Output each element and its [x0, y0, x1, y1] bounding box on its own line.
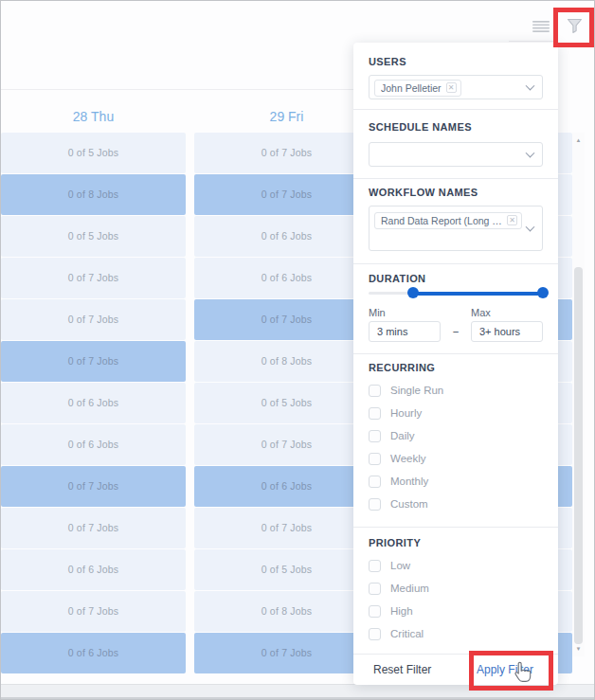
calendar-cell[interactable]: 0 of 7 Jobs	[1, 508, 186, 548]
selected-value-chip: Rand Data Report (Long ~45...✕	[374, 212, 522, 229]
checkbox-row[interactable]: Medium	[369, 577, 543, 600]
chevron-down-icon[interactable]	[526, 222, 535, 231]
workflow-names-select[interactable]: Rand Data Report (Long ~45...✕	[369, 206, 543, 251]
apply-filter-button[interactable]: Apply Filter	[477, 663, 533, 676]
calendar-cell[interactable]: 0 of 6 Jobs	[194, 258, 379, 298]
vertical-scrollbar[interactable]: ▲ ▼	[572, 133, 585, 656]
calendar-cell[interactable]: 0 of 8 Jobs	[1, 174, 186, 215]
calendar-cell[interactable]: 0 of 7 Jobs	[1, 341, 186, 382]
calendar-cell[interactable]: 0 of 5 Jobs	[194, 383, 379, 423]
checkbox-label: Custom	[390, 498, 428, 510]
checkbox-label: Monthly	[390, 476, 428, 487]
max-label: Max	[471, 307, 543, 318]
chevron-down-icon[interactable]	[526, 81, 535, 91]
calendar-cell[interactable]: 0 of 8 Jobs	[194, 341, 379, 382]
checkbox[interactable]	[369, 385, 381, 397]
checkbox[interactable]	[369, 583, 381, 595]
checkbox-row[interactable]: Weekly	[369, 447, 543, 470]
filter-icon[interactable]	[567, 18, 583, 34]
checkbox-row[interactable]: Monthly	[369, 470, 543, 493]
scroll-up-icon[interactable]: ▲	[572, 135, 585, 146]
checkbox-label: Low	[390, 560, 410, 571]
calendar-cell[interactable]: 0 of 6 Jobs	[194, 466, 379, 507]
calendar-cell[interactable]: 0 of 7 Jobs	[1, 258, 186, 298]
min-duration-input[interactable]: 3 mins	[369, 321, 441, 342]
calendar-column: 0 of 7 Jobs0 of 7 Jobs0 of 6 Jobs0 of 6 …	[194, 133, 379, 674]
calendar-cell[interactable]: 0 of 7 Jobs	[194, 508, 379, 548]
checkbox-label: High	[390, 605, 413, 617]
calendar-cell[interactable]: 0 of 6 Jobs	[1, 424, 186, 465]
checkbox-row[interactable]: Daily	[369, 424, 543, 447]
scrollbar-thumb[interactable]	[574, 267, 583, 644]
checkbox-label: Single Run	[390, 385, 443, 396]
checkbox-label: Daily	[390, 430, 415, 441]
calendar-cell[interactable]: 0 of 5 Jobs	[194, 549, 379, 590]
gutter-divider-horizontal	[509, 41, 555, 42]
duration-section-label: DURATION	[369, 273, 543, 284]
min-label: Min	[369, 307, 441, 318]
calendar-cell[interactable]: 0 of 8 Jobs	[194, 591, 379, 632]
scroll-down-icon[interactable]: ▼	[572, 643, 585, 655]
checkbox-row[interactable]: Low	[369, 554, 543, 577]
calendar-cell[interactable]: 0 of 7 Jobs	[194, 174, 379, 215]
calendar-cell[interactable]: 0 of 5 Jobs	[1, 216, 186, 257]
app-window: 28 Thu 29 Fri 0 of 5 Jobs0 of 8 Jobs0 of…	[0, 0, 595, 700]
calendar-column: 0 of 5 Jobs0 of 8 Jobs0 of 5 Jobs0 of 7 …	[1, 133, 186, 674]
calendar-cell[interactable]: 0 of 6 Jobs	[194, 216, 379, 257]
users-section-label: USERS	[369, 56, 543, 67]
checkbox[interactable]	[369, 453, 381, 465]
checkbox-row[interactable]: High	[369, 600, 543, 622]
schedule-names-section-label: SCHEDULE NAMES	[369, 121, 543, 133]
calendar-cell[interactable]: 0 of 7 Jobs	[1, 591, 186, 632]
selected-value-chip: John Pelletier✕	[374, 80, 461, 97]
duration-slider[interactable]	[369, 286, 543, 299]
checkbox-row[interactable]: Critical	[369, 622, 543, 645]
checkbox[interactable]	[369, 430, 381, 442]
slider-range-fill	[413, 292, 543, 296]
checkbox[interactable]	[369, 476, 381, 488]
chip-label: Rand Data Report (Long ~45...	[381, 215, 502, 226]
checkbox-label: Critical	[390, 628, 424, 639]
schedule-names-select[interactable]	[369, 142, 543, 167]
max-duration-input[interactable]: 3+ hours	[471, 321, 543, 342]
checkbox[interactable]	[369, 605, 381, 618]
checkbox[interactable]	[369, 407, 381, 420]
calendar-cell[interactable]: 0 of 6 Jobs	[1, 383, 186, 423]
calendar-cell[interactable]: 0 of 7 Jobs	[1, 466, 186, 507]
priority-section-label: PRIORITY	[369, 537, 543, 548]
workflow-names-section-label: WORKFLOW NAMES	[369, 187, 543, 198]
recurring-section-label: RECURRING	[369, 362, 543, 373]
calendar-cell[interactable]: 0 of 7 Jobs	[194, 633, 379, 673]
slider-max-handle[interactable]	[537, 287, 549, 298]
checkbox[interactable]	[369, 498, 381, 511]
range-separator: –	[441, 326, 471, 337]
checkbox-label: Hourly	[390, 407, 422, 419]
checkbox-row[interactable]: Custom	[369, 493, 543, 515]
day-header: 29 Fri	[194, 103, 379, 130]
bottom-status-bar	[1, 684, 595, 699]
list-view-icon[interactable]	[532, 21, 550, 32]
checkbox-label: Weekly	[390, 453, 426, 464]
filter-panel: USERS John Pelletier✕ SCHEDULE NAMES WOR…	[353, 43, 558, 685]
calendar-cell[interactable]: 0 of 6 Jobs	[1, 549, 186, 590]
checkbox-row[interactable]: Single Run	[369, 379, 543, 402]
checkbox-label: Medium	[390, 583, 429, 594]
chip-remove-icon[interactable]: ✕	[446, 82, 457, 93]
calendar-cell[interactable]: 0 of 7 Jobs	[194, 424, 379, 465]
users-select[interactable]: John Pelletier✕	[369, 75, 543, 99]
checkbox[interactable]	[369, 560, 381, 572]
checkbox[interactable]	[369, 628, 381, 640]
calendar-cell[interactable]: 0 of 7 Jobs	[194, 299, 379, 340]
calendar-cell[interactable]: 0 of 7 Jobs	[1, 299, 186, 340]
calendar-cell[interactable]: 0 of 6 Jobs	[1, 633, 186, 673]
chip-remove-icon[interactable]: ✕	[507, 215, 517, 225]
calendar-cell[interactable]: 0 of 5 Jobs	[1, 133, 186, 173]
chip-label: John Pelletier	[381, 82, 442, 94]
chevron-down-icon[interactable]	[526, 148, 535, 157]
calendar-cell[interactable]: 0 of 7 Jobs	[194, 133, 379, 173]
reset-filter-button[interactable]: Reset Filter	[373, 663, 431, 676]
checkbox-row[interactable]: Hourly	[369, 402, 543, 424]
slider-min-handle[interactable]	[407, 287, 419, 298]
day-header: 28 Thu	[1, 103, 186, 130]
